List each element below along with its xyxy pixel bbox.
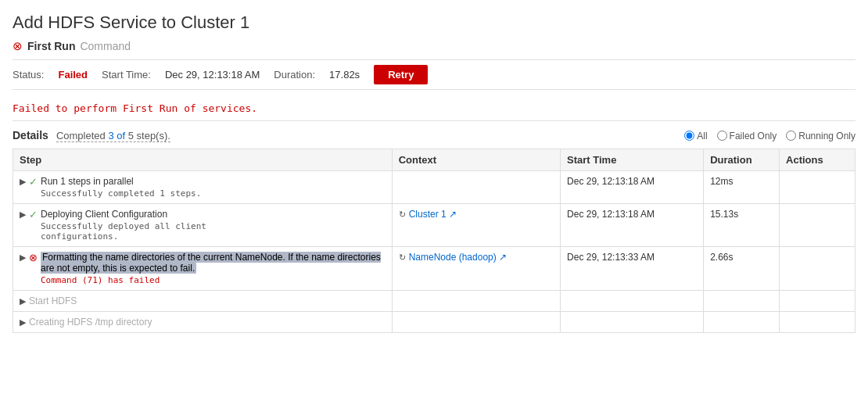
starttime-cell-4 [561,312,704,333]
step-cell-1: ▶✓Deploying Client ConfigurationSuccessf… [13,204,393,247]
status-bar: Status: Failed Start Time: Dec 29, 12:13… [13,59,855,90]
actions-cell-1 [780,204,855,247]
expand-icon[interactable]: ▶ [20,296,26,306]
expand-icon[interactable]: ▶ [20,252,26,263]
actions-cell-3 [780,291,855,312]
error-message: Failed to perform First Run of services. [13,96,855,121]
details-header: Details Completed 3 of 5 step(s). All Fa… [13,129,855,142]
first-run-bold: First Run [27,40,75,52]
duration-cell-0: 12ms [704,171,780,204]
col-header-actions: Actions [780,149,855,171]
page-title: Add HDFS Service to Cluster 1 [13,13,855,33]
context-cell-2: ↻NameNode (hadoop) ↗ [392,247,560,291]
refresh-icon: ↻ [399,210,406,219]
context-link[interactable]: NameNode (hadoop) ↗ [409,252,507,263]
step-cell-3: ▶Start HDFS [13,291,393,312]
duration-cell-3 [704,291,780,312]
first-run-line: ⊗ First Run Command [13,39,855,53]
status-label: Status: [13,69,44,81]
starttime-cell-0: Dec 29, 12:13:18 AM [561,171,704,204]
first-run-light: Command [80,40,131,52]
starttime-cell-1: Dec 29, 12:13:18 AM [561,204,704,247]
filter-failed[interactable]: Failed Only [717,131,777,141]
first-run-icon: ⊗ [13,39,23,53]
table-row: ▶✓Run 1 steps in parallelSuccessfully co… [13,171,855,204]
duration-cell-1: 15.13s [704,204,780,247]
status-fail-icon: ⊗ [29,252,38,263]
status-ok-icon: ✓ [29,176,38,188]
status-ok-icon: ✓ [29,209,38,220]
step-cell-2: ▶⊗Formatting the name directories of the… [13,247,393,291]
filter-running[interactable]: Running Only [786,131,855,141]
step-error: Command (71) has failed [41,275,386,285]
step-name: Formatting the name directories of the c… [41,252,386,274]
step-cell-4: ▶Creating HDFS /tmp directory [13,312,393,333]
actions-cell-2 [780,247,855,291]
refresh-icon: ↻ [399,252,406,262]
context-cell-3 [392,291,560,312]
starttime-cell-3 [561,291,704,312]
col-header-context: Context [392,149,560,171]
status-value: Failed [58,69,88,81]
completed-text: Completed 3 of 5 step(s). [56,130,170,142]
filter-group: All Failed Only Running Only [684,131,855,141]
start-time-label: Start Time: [102,69,151,81]
filter-all[interactable]: All [684,131,707,141]
actions-cell-0 [780,171,855,204]
start-time-value: Dec 29, 12:13:18 AM [165,69,260,81]
completed-highlight: 3 of [108,130,125,141]
duration-label: Duration: [274,69,315,81]
table-row: ▶⊗Formatting the name directories of the… [13,247,855,291]
completed-suffix: 5 step(s). [125,130,170,141]
actions-cell-4 [780,312,855,333]
context-cell-1: ↻Cluster 1 ↗ [392,204,560,247]
col-header-starttime: Start Time [561,149,704,171]
step-subtext: Successfully completed 1 steps. [41,188,201,199]
context-cell-4 [392,312,560,333]
step-name: Creating HDFS /tmp directory [29,317,152,328]
expand-icon[interactable]: ▶ [20,317,26,328]
expand-icon[interactable]: ▶ [20,177,26,187]
table-row: ▶Creating HDFS /tmp directory [13,312,855,333]
retry-button[interactable]: Retry [374,65,428,84]
col-header-duration: Duration [704,149,780,171]
steps-table: Step Context Start Time Duration Actions… [13,149,855,333]
duration-value: 17.82s [329,69,360,81]
details-label: Details [13,129,48,141]
duration-cell-2: 2.66s [704,247,780,291]
table-row: ▶Start HDFS [13,291,855,312]
step-subtext: Successfully deployed all client configu… [41,221,206,242]
completed-prefix: Completed [56,130,108,141]
step-cell-0: ▶✓Run 1 steps in parallelSuccessfully co… [13,171,393,204]
col-header-step: Step [13,149,393,171]
starttime-cell-2: Dec 29, 12:13:33 AM [561,247,704,291]
step-name: Start HDFS [29,295,77,306]
table-row: ▶✓Deploying Client ConfigurationSuccessf… [13,204,855,247]
expand-icon[interactable]: ▶ [20,210,26,220]
context-cell-0 [392,171,560,204]
step-name: Run 1 steps in parallel [41,176,201,187]
duration-cell-4 [704,312,780,333]
details-left: Details Completed 3 of 5 step(s). [13,129,170,142]
context-link[interactable]: Cluster 1 ↗ [409,209,457,220]
step-name: Deploying Client Configuration [41,209,206,220]
